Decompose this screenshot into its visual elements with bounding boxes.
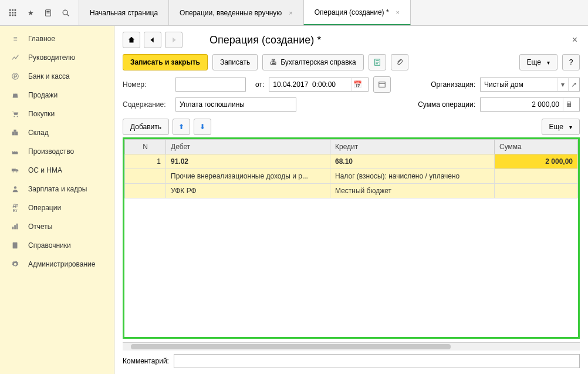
- save-close-button[interactable]: Записать и закрыть: [123, 54, 208, 70]
- date-input[interactable]: [269, 78, 352, 91]
- add-button[interactable]: Добавить: [123, 119, 169, 135]
- cell-empty: [125, 184, 166, 198]
- svg-rect-5: [15, 12, 16, 14]
- document-button[interactable]: [369, 54, 386, 70]
- box-icon: [11, 128, 20, 137]
- apps-icon[interactable]: [5, 5, 21, 21]
- cell-n[interactable]: 1: [125, 154, 166, 169]
- gear-icon: [11, 260, 20, 269]
- sidebar-item-label: Администрирование: [28, 260, 95, 268]
- sidebar-item-label: Продажи: [28, 91, 58, 99]
- table-row[interactable]: Прочие внереализационные доходы и р... Н…: [125, 169, 578, 184]
- sidebar-item-purchases[interactable]: Покупки: [0, 105, 114, 123]
- org-input[interactable]: [481, 78, 557, 91]
- horizontal-scrollbar[interactable]: [123, 342, 580, 351]
- sidebar-item-production[interactable]: Производство: [0, 142, 114, 161]
- svg-rect-7: [12, 14, 13, 16]
- sum-field[interactable]: 🖩: [480, 97, 580, 112]
- tab-home[interactable]: Начальная страница: [79, 0, 169, 25]
- col-debit[interactable]: Дебет: [166, 140, 330, 154]
- more-button[interactable]: Еще: [519, 54, 557, 70]
- date-extra-button[interactable]: [373, 76, 391, 93]
- calculator-icon[interactable]: 🖩: [563, 98, 575, 111]
- tab-label: Операции, введенные вручную: [180, 9, 282, 17]
- table-toolbar: Добавить ⬆ ⬇ Еще: [123, 119, 580, 135]
- move-up-button[interactable]: ⬆: [173, 119, 190, 135]
- report-button[interactable]: 🖶 Бухгалтерская справка: [262, 54, 364, 70]
- cell-sum[interactable]: 2 000,00: [495, 154, 578, 169]
- table-row[interactable]: УФК РФ Местный бюджет: [125, 184, 578, 198]
- cell-credit-sub1[interactable]: Налог (взносы): начислено / уплачено: [330, 169, 495, 184]
- org-field[interactable]: ▾ ↗: [480, 78, 580, 92]
- content-input[interactable]: [175, 97, 296, 112]
- date-field[interactable]: 📅: [269, 78, 369, 92]
- from-label: от:: [255, 80, 264, 89]
- search-icon[interactable]: [58, 5, 74, 21]
- col-n[interactable]: N: [125, 140, 166, 154]
- sidebar-item-label: Покупки: [28, 110, 55, 118]
- move-down-button[interactable]: ⬇: [194, 119, 211, 135]
- table-row[interactable]: 1 91.02 68.10 2 000,00: [125, 154, 578, 169]
- svg-rect-28: [379, 82, 386, 87]
- sidebar-item-bank[interactable]: Банк и касса: [0, 67, 114, 86]
- tab-operation-create[interactable]: Операция (создание) * ×: [303, 0, 411, 25]
- svg-point-26: [14, 263, 16, 265]
- sidebar-item-directories[interactable]: Справочники: [0, 236, 114, 255]
- col-credit[interactable]: Кредит: [330, 140, 495, 154]
- sidebar-item-main[interactable]: ≡ Главное: [0, 29, 114, 48]
- cell-empty: [495, 169, 578, 184]
- history-icon[interactable]: [40, 5, 56, 21]
- more-table-button[interactable]: Еще: [542, 119, 580, 135]
- svg-rect-1: [12, 9, 13, 11]
- open-icon[interactable]: ↗: [568, 78, 579, 91]
- factory-icon: [11, 147, 20, 156]
- printer-icon: 🖶: [270, 58, 277, 66]
- col-sum[interactable]: Сумма: [495, 140, 578, 154]
- cell-debit-sub2[interactable]: УФК РФ: [166, 184, 330, 198]
- sum-input[interactable]: [481, 98, 563, 111]
- tab-manual-ops[interactable]: Операции, введенные вручную ×: [168, 0, 304, 25]
- forward-button[interactable]: [165, 32, 183, 48]
- top-icons: ★: [0, 0, 79, 25]
- dropdown-icon[interactable]: ▾: [557, 78, 568, 91]
- sidebar-item-manager[interactable]: Руководителю: [0, 48, 114, 67]
- svg-rect-22: [14, 225, 16, 229]
- close-button[interactable]: ×: [570, 35, 580, 45]
- save-button[interactable]: Записать: [212, 54, 258, 70]
- svg-rect-14: [12, 132, 15, 135]
- favorites-icon[interactable]: ★: [22, 5, 39, 21]
- svg-point-18: [12, 171, 14, 173]
- cell-debit-code[interactable]: 91.02: [166, 154, 330, 169]
- scrollbar-thumb[interactable]: [131, 344, 451, 349]
- close-icon[interactable]: ×: [396, 9, 400, 16]
- cell-debit-sub1[interactable]: Прочие внереализационные доходы и р...: [166, 169, 330, 184]
- cell-credit-sub2[interactable]: Местный бюджет: [330, 184, 495, 198]
- sidebar-item-warehouse[interactable]: Склад: [0, 123, 114, 142]
- dkt-icon: ДтКт: [11, 203, 20, 213]
- sidebar-item-label: Операции: [28, 204, 61, 212]
- cart-icon: [11, 109, 20, 119]
- home-button[interactable]: [123, 32, 140, 48]
- sidebar-item-salary[interactable]: Зарплата и кадры: [0, 180, 114, 198]
- sidebar-item-sales[interactable]: Продажи: [0, 86, 114, 105]
- sidebar-item-operations[interactable]: ДтКт Операции: [0, 198, 114, 217]
- tabs-bar: ★ Начальная страница Операции, введенные…: [0, 0, 588, 26]
- help-button[interactable]: ?: [562, 54, 580, 70]
- svg-rect-3: [9, 12, 11, 14]
- close-icon[interactable]: ×: [289, 9, 292, 16]
- comment-input[interactable]: [174, 354, 580, 368]
- number-input[interactable]: [175, 78, 246, 92]
- cell-credit-code[interactable]: 68.10: [330, 154, 495, 169]
- sidebar-item-admin[interactable]: Администрирование: [0, 255, 114, 274]
- tab-label: Начальная страница: [90, 9, 158, 17]
- sidebar-item-reports[interactable]: Отчеты: [0, 217, 114, 236]
- row-number: Номер: от: 📅 Организация: ▾ ↗: [123, 76, 580, 93]
- attachment-button[interactable]: [391, 54, 408, 70]
- table-wrap: N Дебет Кредит Сумма 1 91.02 68.10 2 000…: [123, 137, 580, 339]
- back-button[interactable]: [144, 32, 161, 48]
- ruble-icon: [11, 72, 20, 81]
- sidebar-item-assets[interactable]: ОС и НМА: [0, 161, 114, 180]
- entries-table: N Дебет Кредит Сумма 1 91.02 68.10 2 000…: [124, 139, 578, 198]
- calendar-icon[interactable]: 📅: [352, 78, 363, 91]
- org-label: Организация:: [431, 80, 475, 89]
